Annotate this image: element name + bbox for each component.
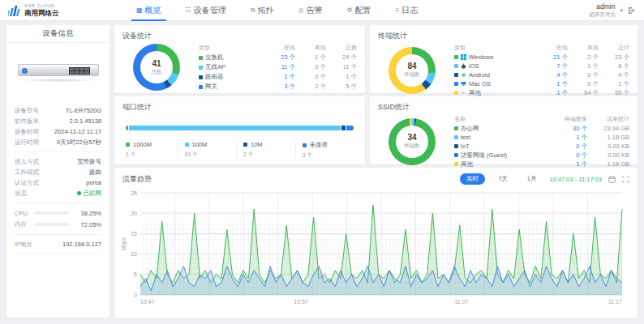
terminal-donut-chart: 84 终端数 xyxy=(389,47,436,94)
memory-usage-row: 内存 72.05% xyxy=(15,219,101,230)
svg-text:10: 10 xyxy=(131,251,137,257)
alarm-icon: ◎ xyxy=(298,6,303,14)
ssid-stats-card: SSID统计 34 终端数 名称 终端数量 流量统计 办公网 30 个 23.9… xyxy=(370,96,638,164)
legend-row: Android 4 个 0 个 4 个 xyxy=(454,70,629,79)
user-name: admin xyxy=(589,3,616,11)
range-1m-button[interactable]: 1月 xyxy=(521,173,543,185)
svg-text:Mbps: Mbps xyxy=(121,237,127,250)
legend-row: Windows 21 个 2 个 23 个 xyxy=(454,53,629,62)
area-chart: 0510152025Mbps10:4710:5711:0711:17 xyxy=(119,186,629,314)
svg-text:15: 15 xyxy=(131,231,137,237)
trend-title: 流量趋势 xyxy=(122,174,152,185)
device-donut-chart: 41 总数 xyxy=(133,44,180,91)
legend-row: 访客网络 (Guest) 0 个 0.00 KB xyxy=(454,151,629,160)
apple-icon xyxy=(461,63,466,69)
logout-icon[interactable] xyxy=(628,3,636,18)
legend-row: 办公网 30 个 23.94 GB xyxy=(454,124,629,133)
device-network-group: 接入方式 宽带拨号 工作模式 路由 认证方式 portal 状态 已联网 xyxy=(6,154,109,201)
status-row: 状态 已联网 xyxy=(15,188,101,198)
traffic-trend-card: 流量趋势 实时 7天 1月 10:47:03 - 11:17:03 051015… xyxy=(114,168,638,318)
calendar-icon[interactable] xyxy=(608,176,616,183)
device-ports xyxy=(69,67,90,75)
device-stats-card: 设备统计 41 总数 类型 在线 离线 总数 交换机 23 个 1 个 24 个 xyxy=(114,25,365,93)
info-row: 设备型号 TL-ER7520G xyxy=(15,105,101,116)
info-row: 设备时间 2024-11-12 11:17 xyxy=(15,126,101,137)
ssid-donut-chart: 34 终端数 xyxy=(389,118,436,165)
legend-row: iOS 7 个 1 个 8 个 xyxy=(454,62,629,70)
info-row: 工作模式 路由 xyxy=(15,167,101,177)
svg-text:25: 25 xyxy=(131,190,137,196)
overview-icon: ▦ xyxy=(136,6,143,14)
device-info-title: 设备信息 xyxy=(6,25,109,43)
logo-icon xyxy=(8,5,21,16)
svg-text:0: 0 xyxy=(134,292,137,298)
card-title: 端口统计 xyxy=(114,96,365,113)
memory-usage-bar xyxy=(34,223,69,226)
svg-text:5: 5 xyxy=(134,271,137,277)
nav-item-logs[interactable]: ≡ 日志 xyxy=(394,0,420,21)
legend-row: 交换机 23 个 1 个 24 个 xyxy=(199,53,357,62)
windows-icon xyxy=(461,54,466,60)
terminal-stats-card: 终端统计 84 终端数 类型 在线 离线 总计 Windows 21 个 xyxy=(370,25,638,93)
info-row: 运行时间 0天1时22分57秒 xyxy=(15,137,101,147)
legend-cell: 100M 91 个 xyxy=(178,141,237,160)
legend-row: 网关 3 个 2 个 5 个 xyxy=(199,82,357,92)
legend-cell: 10M 2 个 xyxy=(236,141,295,160)
legend-row: 无线AP 11 个 0 个 11 个 xyxy=(199,62,357,72)
logo-title: 商用网络云 xyxy=(24,10,59,17)
time-range-label: 10:47:03 - 11:17:03 xyxy=(550,176,603,183)
nav-label: 拓扑 xyxy=(257,5,273,16)
svg-text:10:57: 10:57 xyxy=(294,299,308,305)
info-row: 认证方式 portal xyxy=(15,177,101,188)
legend-row: 路由器 1 个 0 个 1 个 xyxy=(199,72,357,82)
topology-icon: ⧉ xyxy=(251,6,255,15)
terminal-legend: 类型 在线 离线 总计 Windows 21 个 2 个 23 个 iOS 7 … xyxy=(454,43,629,97)
nav-item-overview[interactable]: ▦ 概览 xyxy=(135,0,163,21)
device-version-group: 设备型号 TL-ER7520G 软件版本 2.0.1.45138 设备时间 20… xyxy=(6,103,109,150)
svg-text:10:47: 10:47 xyxy=(140,299,155,305)
main-nav: ▦ 概览 ☷ 设备管理 ⧉ 拓扑 ◎ 告警 ⚙ 配置 ≡ 日志 xyxy=(135,0,419,21)
legend-cell: 1000M 1 个 xyxy=(126,141,178,160)
card-title: 终端统计 xyxy=(370,25,638,41)
port-legend: 1000M 1 个 100M 91 个 10M 2 个 未连接 3 个 xyxy=(126,141,354,160)
port-speed-bar xyxy=(126,126,354,130)
device-brand-badge xyxy=(22,68,28,74)
other-device-icon xyxy=(461,90,466,96)
nav-item-devices[interactable]: ☷ 设备管理 xyxy=(184,0,228,21)
user-role: 超级管理员 xyxy=(589,11,616,17)
cpu-usage-row: CPU 38.25% xyxy=(15,207,101,219)
ssid-legend: 名称 终端数量 流量统计 办公网 30 个 23.94 GB test 1 个 … xyxy=(454,114,629,168)
card-title: 设备统计 xyxy=(114,25,365,41)
nav-item-config[interactable]: ⚙ 配置 xyxy=(345,0,372,21)
log-icon: ≡ xyxy=(396,6,400,14)
nav-label: 设备管理 xyxy=(194,5,226,16)
devices-icon: ☷ xyxy=(186,6,191,14)
nav-label: 告警 xyxy=(306,5,322,16)
ip-address-row: IP地址 192.168.0.127 xyxy=(15,239,101,249)
legend-row: Mac OS 1 个 0 个 1 个 xyxy=(454,79,629,88)
expand-icon[interactable] xyxy=(622,176,629,183)
gear-icon: ⚙ xyxy=(346,6,352,14)
device-info-panel: 设备信息 设备型号 TL-ER7520G 软件版本 2.0.1.45138 设备… xyxy=(6,25,109,318)
range-7d-button[interactable]: 7天 xyxy=(492,173,514,185)
chevron-down-icon: ▾ xyxy=(620,7,623,14)
range-realtime-button[interactable]: 实时 xyxy=(460,173,485,185)
legend-cell: 未连接 3 个 xyxy=(295,141,354,160)
user-menu[interactable]: admin 超级管理员 ▾ xyxy=(589,3,636,18)
nav-label: 配置 xyxy=(355,5,371,16)
android-icon xyxy=(461,72,466,78)
port-stats-card: 端口统计 1000M 1 个 100M 91 个 10M 2 个 未连接 3 个 xyxy=(114,96,365,164)
svg-text:20: 20 xyxy=(131,211,137,216)
mac-monitor-icon xyxy=(461,81,466,87)
nav-label: 概览 xyxy=(145,5,161,16)
traffic-trend-chart: 0510152025Mbps10:4710:5711:0711:17 xyxy=(119,186,629,318)
device-usage-group: CPU 38.25% 内存 72.05% xyxy=(6,205,109,232)
status-badge: 已联网 xyxy=(84,190,102,198)
device-image xyxy=(18,64,99,76)
online-status-icon xyxy=(77,191,81,195)
nav-item-alarms[interactable]: ◎ 告警 xyxy=(296,0,324,21)
top-navbar: SMB CLOUD 商用网络云 ▦ 概览 ☷ 设备管理 ⧉ 拓扑 ◎ 告警 ⚙ … xyxy=(0,0,644,21)
nav-label: 日志 xyxy=(401,5,418,16)
svg-text:11:07: 11:07 xyxy=(455,299,469,305)
nav-item-topology[interactable]: ⧉ 拓扑 xyxy=(249,0,276,21)
